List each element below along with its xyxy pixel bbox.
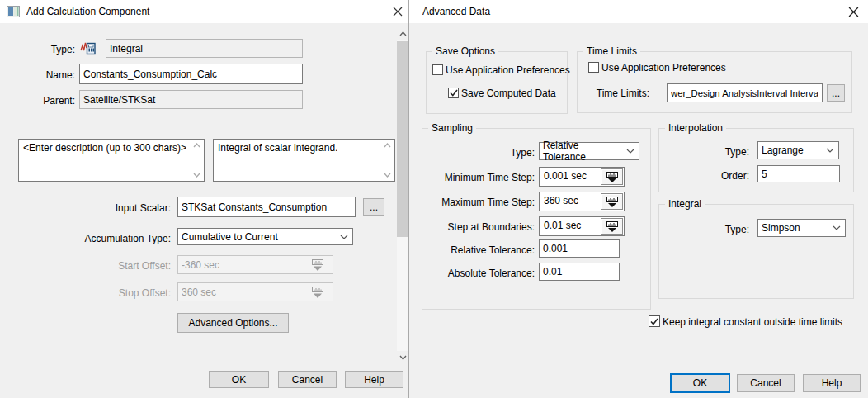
- name-input[interactable]: [79, 64, 303, 84]
- max-time-step-label: Maximum Time Step:: [441, 197, 535, 209]
- type-label: Type:: [51, 44, 75, 56]
- time-limits-group: Time Limits: [577, 51, 852, 113]
- stop-offset-field: 360 sec: [177, 282, 333, 301]
- time-spinner-button[interactable]: [601, 218, 623, 235]
- scroll-down-icon: [193, 173, 200, 178]
- interpolation-order-input[interactable]: [757, 165, 840, 182]
- interpolation-type-label: Type:: [725, 146, 749, 159]
- ok-button[interactable]: OK: [670, 373, 730, 393]
- relative-tolerance-input[interactable]: [539, 239, 620, 258]
- absolute-tolerance-label: Absolute Tolerance:: [448, 268, 535, 280]
- save-computed-data-checkbox[interactable]: [448, 88, 459, 98]
- use-app-prefs-checkbox[interactable]: [432, 64, 443, 75]
- chevron-down-icon: [340, 235, 348, 239]
- scroll-down-icon: [384, 173, 391, 178]
- sampling-type-select[interactable]: Relative Tolerance: [539, 142, 639, 160]
- absolute-tolerance-input[interactable]: [539, 263, 620, 281]
- start-offset-label: Start Offset:: [118, 260, 171, 272]
- use-app-prefs-label: Use Application Preferences: [446, 64, 570, 76]
- min-time-step-label: Minimum Time Step:: [445, 172, 535, 184]
- time-spinner-icon: [605, 171, 620, 183]
- input-scalar-browse-button[interactable]: ...: [363, 198, 384, 216]
- parent-label: Parent:: [43, 95, 75, 107]
- time-limits-label: Time Limits:: [597, 88, 649, 100]
- add-calculation-component-dialog: Add Calculation Component Type: Integral…: [0, 0, 409, 398]
- cancel-button[interactable]: Cancel: [278, 371, 337, 388]
- scrollbar-up-icon[interactable]: [397, 27, 408, 40]
- right-titlebar: Advanced Data: [409, 0, 868, 23]
- sampling-type-label: Type:: [511, 147, 535, 159]
- max-time-step-field[interactable]: 360 sec: [539, 192, 625, 211]
- interpolation-type-select[interactable]: Lagrange: [757, 141, 839, 159]
- keep-integral-label: Keep integral constant outside time limi…: [663, 316, 842, 328]
- description-input[interactable]: <Enter description (up to 300 chars)>: [18, 139, 205, 182]
- integral-type-select[interactable]: Simpson: [757, 219, 846, 237]
- screen: Add Calculation Component Type: Integral…: [0, 0, 868, 398]
- left-titlebar: Add Calculation Component: [0, 0, 408, 23]
- interpolation-group: Interpolation: [658, 128, 854, 192]
- left-close-icon[interactable]: [388, 2, 408, 21]
- time-spinner-icon: [605, 220, 620, 233]
- scrollbar-thumb[interactable]: [397, 41, 408, 237]
- time-spinner-button[interactable]: [601, 193, 623, 210]
- relative-tolerance-label: Relative Tolerance:: [451, 244, 535, 257]
- type-description-box[interactable]: Integral of scalar integrand.: [213, 139, 395, 182]
- stop-offset-label: Stop Offset:: [119, 287, 171, 300]
- scrollbar-down-icon[interactable]: [397, 351, 408, 364]
- time-spinner-icon: [605, 196, 620, 208]
- type-field: Integral: [106, 39, 303, 58]
- step-at-boundaries-label: Step at Boundaries:: [448, 221, 535, 234]
- left-dialog-title: Add Calculation Component: [26, 6, 149, 17]
- ok-button[interactable]: OK: [209, 371, 269, 388]
- check-icon: [450, 89, 458, 97]
- chevron-down-icon: [826, 148, 834, 153]
- help-button[interactable]: Help: [345, 371, 403, 388]
- help-button[interactable]: Help: [803, 374, 861, 392]
- time-spinner-icon: [309, 286, 326, 299]
- right-dialog-title: Advanced Data: [422, 6, 490, 17]
- name-label: Name:: [46, 69, 75, 82]
- integral-type-label: Type:: [725, 224, 749, 236]
- scroll-up-icon: [193, 143, 200, 148]
- window-icon: [7, 6, 20, 17]
- accumulation-type-select[interactable]: Cumulative to Current: [177, 228, 353, 245]
- time-limits-input[interactable]: [667, 83, 823, 102]
- vertical-scrollbar[interactable]: [397, 27, 408, 364]
- time-limits-use-app-prefs-label: Use Application Preferences: [601, 62, 726, 73]
- min-time-step-field[interactable]: 0.001 sec: [539, 167, 625, 187]
- time-limits-use-app-prefs-checkbox[interactable]: [588, 62, 599, 73]
- accumulation-type-label: Accumulation Type:: [84, 233, 171, 245]
- save-computed-data-label: Save Computed Data: [461, 88, 556, 99]
- time-limits-browse-button[interactable]: ...: [827, 84, 845, 102]
- input-scalar-input[interactable]: [177, 197, 356, 217]
- scroll-up-icon: [384, 143, 391, 148]
- right-close-icon[interactable]: [843, 2, 863, 21]
- calculation-scalar-icon: [80, 40, 97, 56]
- start-offset-field: -360 sec: [177, 255, 333, 274]
- chevron-down-icon: [833, 225, 841, 230]
- step-at-boundaries-field[interactable]: 0.01 sec: [539, 216, 625, 236]
- cancel-button[interactable]: Cancel: [737, 374, 795, 392]
- keep-integral-checkbox[interactable]: [649, 315, 660, 327]
- advanced-options-button[interactable]: Advanced Options...: [177, 313, 289, 333]
- save-options-group: Save Options: [426, 51, 568, 114]
- chevron-down-icon: [626, 149, 634, 154]
- time-spinner-button[interactable]: [601, 168, 623, 185]
- advanced-data-dialog: Advanced Data Save Options Use Applicati…: [409, 0, 868, 398]
- parent-field: Satellite/STKSat: [79, 90, 303, 109]
- time-spinner-icon: [309, 258, 326, 272]
- check-icon: [650, 318, 658, 325]
- interpolation-order-label: Order:: [721, 170, 749, 182]
- input-scalar-label: Input Scalar:: [116, 202, 171, 215]
